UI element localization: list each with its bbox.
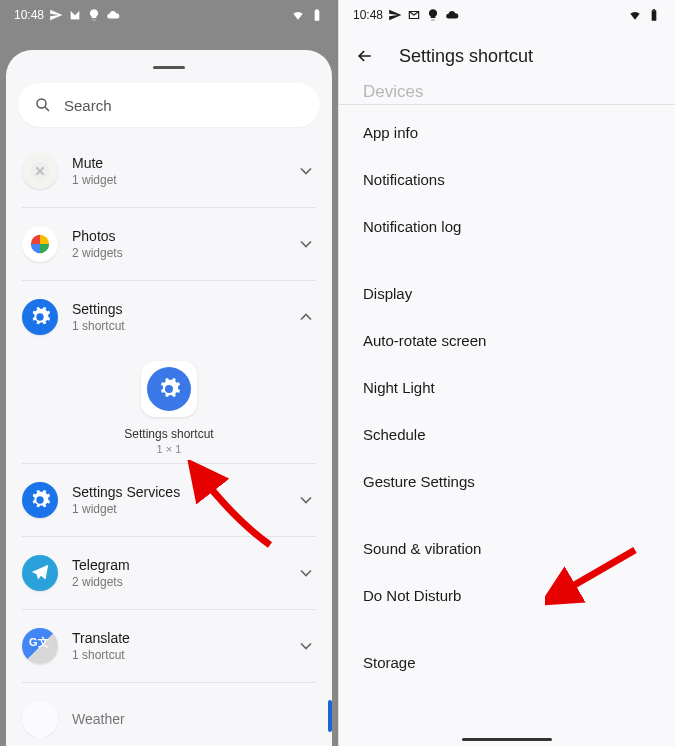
gear-icon [29,489,51,511]
shortcut-settings-panel: 10:48 Settings shortcut Devices App info… [338,0,675,746]
shortcut-option[interactable]: Night Light [339,364,675,411]
svg-rect-1 [316,9,318,10]
row-title: Translate [72,630,282,646]
shortcut-label: Settings shortcut [124,427,213,441]
shortcut-option[interactable]: Gesture Settings [339,458,675,505]
svg-rect-0 [315,10,320,20]
status-bar: 10:48 [0,0,338,26]
back-icon[interactable] [355,46,375,66]
scroll-indicator[interactable] [328,700,332,732]
chevron-down-icon [296,636,316,656]
mail-icon [68,8,82,22]
widget-row-settings[interactable]: Settings 1 shortcut [6,287,332,347]
gear-icon [29,306,51,328]
widget-list[interactable]: Mute 1 widget Photos 2 widgets S [6,141,332,737]
cloud-icon [445,8,459,22]
search-input[interactable]: Search [18,83,320,127]
search-icon [34,96,52,114]
page-header: Settings shortcut [339,26,675,86]
chevron-up-icon [296,307,316,327]
separator [22,609,316,610]
chevron-down-icon [296,234,316,254]
row-title: Settings [72,301,282,317]
battery-icon [310,8,324,22]
separator [22,207,316,208]
drag-handle[interactable] [153,66,185,69]
widget-row-telegram[interactable]: Telegram 2 widgets [6,543,332,603]
shortcut-option[interactable]: App info [339,109,675,156]
shortcut-option[interactable]: Do Not Disturb [339,572,675,619]
send-icon [49,8,63,22]
mute-icon [29,160,51,182]
cloud-icon [106,8,120,22]
shortcut-option[interactable]: Sound & vibration [339,525,675,572]
status-time: 10:48 [353,8,383,22]
svg-point-2 [37,99,46,108]
chevron-down-icon [296,563,316,583]
row-title: Settings Services [72,484,282,500]
widget-row-weather[interactable]: Weather [6,689,332,737]
search-placeholder: Search [64,97,112,114]
section-gap [339,250,675,270]
section-gap [339,619,675,639]
wifi-icon [291,8,305,22]
shortcut-option[interactable]: Notification log [339,203,675,250]
widget-row-photos[interactable]: Photos 2 widgets [6,214,332,274]
svg-rect-4 [652,10,657,20]
mail-icon [407,8,421,22]
row-title: Photos [72,228,282,244]
shortcut-option[interactable]: Notifications [339,156,675,203]
shortcut-size: 1 × 1 [157,443,182,455]
settings-shortcut-widget[interactable]: Settings shortcut 1 × 1 [6,361,332,455]
row-sub: 2 widgets [72,246,282,260]
battery-icon [647,8,661,22]
separator [22,536,316,537]
chevron-down-icon [296,490,316,510]
status-time: 10:48 [14,8,44,22]
separator [22,280,316,281]
gear-icon [157,377,181,401]
row-sub: 2 widgets [72,575,282,589]
separator [22,463,316,464]
section-gap [339,505,675,525]
separator [22,682,316,683]
widget-row-mute[interactable]: Mute 1 widget [6,141,332,201]
shortcut-option[interactable]: Storage [339,639,675,686]
send-icon [388,8,402,22]
row-sub: 1 shortcut [72,319,282,333]
chevron-down-icon [296,161,316,181]
bulb-icon [87,8,101,22]
widget-sheet: Search Mute 1 widget Photos 2 widgets [6,50,332,746]
svg-rect-5 [653,9,655,10]
status-bar: 10:48 [339,0,675,26]
row-title: Mute [72,155,282,171]
widget-row-translate[interactable]: G文 Translate 1 shortcut [6,616,332,676]
row-sub: 1 widget [72,502,282,516]
page-title: Settings shortcut [399,46,533,67]
row-sub: 1 widget [72,173,282,187]
partial-item[interactable]: Devices [339,82,675,102]
shortcut-option[interactable]: Schedule [339,411,675,458]
translate-icon: G文 [29,635,51,657]
row-title: Weather [72,711,316,727]
bulb-icon [426,8,440,22]
shortcut-option[interactable]: Auto-rotate screen [339,317,675,364]
row-title: Telegram [72,557,282,573]
shortcut-option[interactable]: Display [339,270,675,317]
widgets-panel: 10:48 Search Mute 1 widget [0,0,338,746]
shortcut-list[interactable]: App infoNotificationsNotification logDis… [339,105,675,690]
telegram-icon [29,562,51,584]
nav-bar-pill[interactable] [462,738,552,741]
wifi-icon [628,8,642,22]
photos-icon [29,233,51,255]
row-sub: 1 shortcut [72,648,282,662]
widget-row-settings-services[interactable]: Settings Services 1 widget [6,470,332,530]
